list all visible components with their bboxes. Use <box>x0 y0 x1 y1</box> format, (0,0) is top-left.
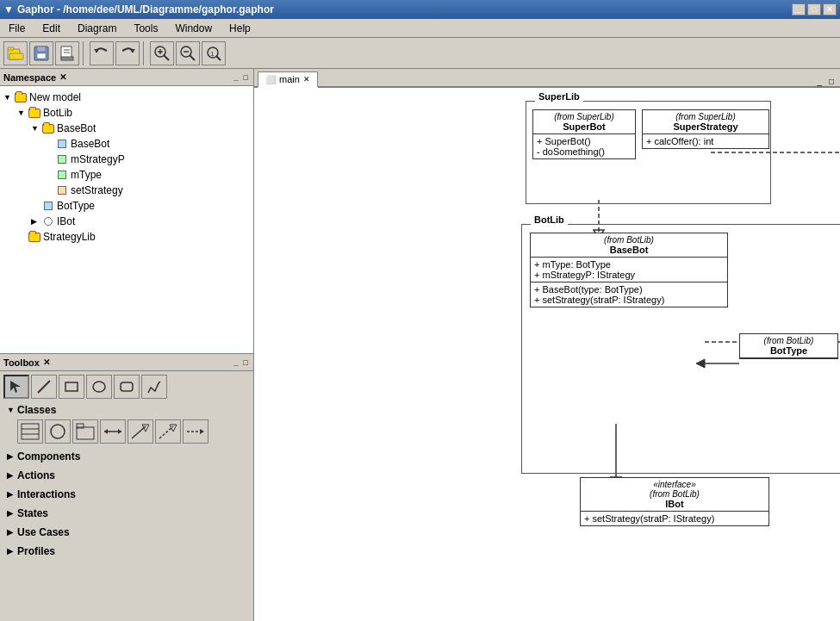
tree-item-ibot[interactable]: ▶ IBot <box>0 214 253 229</box>
tab-main-label: main <box>279 74 300 84</box>
toolbox-close-btn[interactable]: ✕ <box>43 357 50 367</box>
zoom-100-btn[interactable]: 1 <box>202 41 226 65</box>
ibot-method-1: + setStrategy(stratP: IStrategy) <box>584 513 765 524</box>
tree-item-setstrategy[interactable]: setStrategy <box>0 183 253 198</box>
tree-item-mtype[interactable]: mType <box>0 167 253 183</box>
toolbox-minimize-btn[interactable]: _ <box>233 358 240 367</box>
menu-file[interactable]: File <box>3 21 30 36</box>
superstrategy-methods-section: + calcOffer(): int <box>643 134 768 148</box>
tree-item-mstrategyp[interactable]: mStrategyP <box>0 152 253 167</box>
interactions-section-header[interactable]: ▶ Interactions <box>3 487 250 502</box>
tab-diagram-icon: ⬜ <box>265 75 276 84</box>
diagram-tab-main[interactable]: ⬜ main ✕ <box>258 71 318 88</box>
states-section-header[interactable]: ▶ States <box>3 506 250 521</box>
diagram-minimize-btn[interactable]: _ <box>814 77 824 86</box>
components-section-header[interactable]: ▶ Components <box>3 449 250 464</box>
label-mstrategyp: mStrategyP <box>71 153 125 165</box>
profiles-section: ▶ Profiles <box>3 543 250 559</box>
components-toggle-icon: ▶ <box>7 452 17 461</box>
namespace-close-btn[interactable]: ✕ <box>59 72 66 82</box>
use-cases-section-header[interactable]: ▶ Use Cases <box>3 525 250 540</box>
circle-tool[interactable] <box>86 375 112 399</box>
states-section-label: States <box>17 507 48 519</box>
attr-icon-mtype <box>55 169 69 181</box>
save-btn[interactable] <box>29 41 53 65</box>
diagram-canvas[interactable]: SuperLib (from SuperLib) SuperBot + Supe… <box>254 88 840 621</box>
menu-diagram[interactable]: Diagram <box>72 21 121 36</box>
assoc-tool[interactable] <box>100 419 126 444</box>
namespace-maximize-btn[interactable]: □ <box>242 73 250 82</box>
label-basebot-cls: BaseBot <box>71 138 109 150</box>
basebot-attrs-section: + mType: BotType + mStrategyP: IStrategy <box>531 258 727 283</box>
namespace-panel: Namespace ✕ _ □ ▼ New model <box>0 69 253 354</box>
package-tool[interactable] <box>72 419 98 444</box>
toggle-new-model[interactable]: ▼ <box>3 93 14 102</box>
zoom-out-btn[interactable] <box>176 41 200 65</box>
class-tool[interactable] <box>17 419 43 444</box>
maximize-btn[interactable]: □ <box>807 3 821 16</box>
menu-window[interactable]: Window <box>170 21 217 36</box>
zoom-in-btn[interactable] <box>150 41 174 65</box>
profiles-section-header[interactable]: ▶ Profiles <box>3 543 250 559</box>
label-setstrategy: setStrategy <box>71 184 123 196</box>
toggle-basebot-cls <box>45 140 55 148</box>
interface-tool[interactable] <box>45 419 71 444</box>
superstrategy-method-1: + calcOffer(): int <box>646 136 765 146</box>
actions-section-header[interactable]: ▶ Actions <box>3 468 250 483</box>
minimize-btn[interactable]: _ <box>792 3 806 16</box>
toggle-botlib[interactable]: ▼ <box>17 109 28 117</box>
line-tool[interactable] <box>31 375 57 399</box>
superbot-method-1: + SuperBot() <box>537 136 632 146</box>
tree-item-botlib[interactable]: ▼ BotLib <box>0 105 253 121</box>
title-bar-controls[interactable]: _ □ ✕ <box>792 3 837 16</box>
basebot-class-box[interactable]: (from BotLib) BaseBot + mType: BotType +… <box>530 233 728 307</box>
svg-rect-1 <box>8 47 14 50</box>
freehand-tool[interactable] <box>141 375 167 399</box>
ibot-stereotype-label: «interface» <box>584 480 765 489</box>
pointer-tool[interactable] <box>3 375 29 399</box>
interactions-toggle-icon: ▶ <box>7 490 17 499</box>
tree-item-new-model[interactable]: ▼ New model <box>0 90 253 105</box>
superbot-class-box[interactable]: (from SuperLib) SuperBot + SuperBot() - … <box>532 109 636 159</box>
gen-tool[interactable] <box>128 419 153 444</box>
tab-close-btn[interactable]: ✕ <box>303 75 310 84</box>
superstrategy-class-box[interactable]: (from SuperLib) SuperStrategy + calcOffe… <box>642 109 769 149</box>
ibot-title-section: «interface» (from BotLib) IBot <box>581 478 768 512</box>
diagram-maximize-btn[interactable]: □ <box>826 77 837 86</box>
tree-item-basebot-cls[interactable]: BaseBot <box>0 136 253 152</box>
svg-marker-11 <box>130 49 135 53</box>
main-layout: Namespace ✕ _ □ ▼ New model <box>0 69 840 621</box>
menu-edit[interactable]: Edit <box>37 21 65 36</box>
toggle-ibot[interactable]: ▶ <box>31 217 41 226</box>
ibot-class-box[interactable]: «interface» (from BotLib) IBot + setStra… <box>580 477 769 526</box>
export-btn[interactable] <box>55 41 79 65</box>
svg-marker-10 <box>94 49 99 53</box>
menu-help[interactable]: Help <box>224 21 256 36</box>
realization-tool[interactable] <box>155 419 181 444</box>
basebot-attr-1: + mType: BotType <box>534 259 724 270</box>
superstrategy-name-label: SuperStrategy <box>646 121 765 132</box>
tree-item-strategylib[interactable]: StrategyLib <box>0 229 253 245</box>
label-ibot: IBot <box>57 215 75 227</box>
toolbox-maximize-btn[interactable]: □ <box>242 358 250 367</box>
rounded-rect-tool[interactable] <box>114 375 140 399</box>
redo-btn[interactable] <box>115 41 140 65</box>
rect-tool[interactable] <box>59 375 84 399</box>
svg-marker-50 <box>696 359 705 368</box>
open-btn[interactable] <box>3 41 28 65</box>
tree-item-basebot-pkg[interactable]: ▼ BaseBot <box>0 121 253 136</box>
close-window-btn[interactable]: ✕ <box>823 3 837 16</box>
toggle-basebot-pkg[interactable]: ▼ <box>31 124 41 133</box>
basebot-name-label: BaseBot <box>534 245 724 255</box>
bottype-class-box[interactable]: (from BotLib) BotType <box>739 333 838 359</box>
tree-item-bottype[interactable]: BotType <box>0 198 253 214</box>
namespace-minimize-btn[interactable]: _ <box>233 73 240 82</box>
undo-btn[interactable] <box>90 41 114 65</box>
label-new-model: New model <box>29 91 81 103</box>
dep-tool[interactable] <box>183 419 208 444</box>
botlib-title: BotLib <box>531 214 568 225</box>
profiles-section-label: Profiles <box>17 545 55 557</box>
menu-tools[interactable]: Tools <box>128 21 163 36</box>
basebot-from-label: (from BotLib) <box>534 235 724 245</box>
classes-section-header[interactable]: ▼ Classes <box>3 402 250 418</box>
